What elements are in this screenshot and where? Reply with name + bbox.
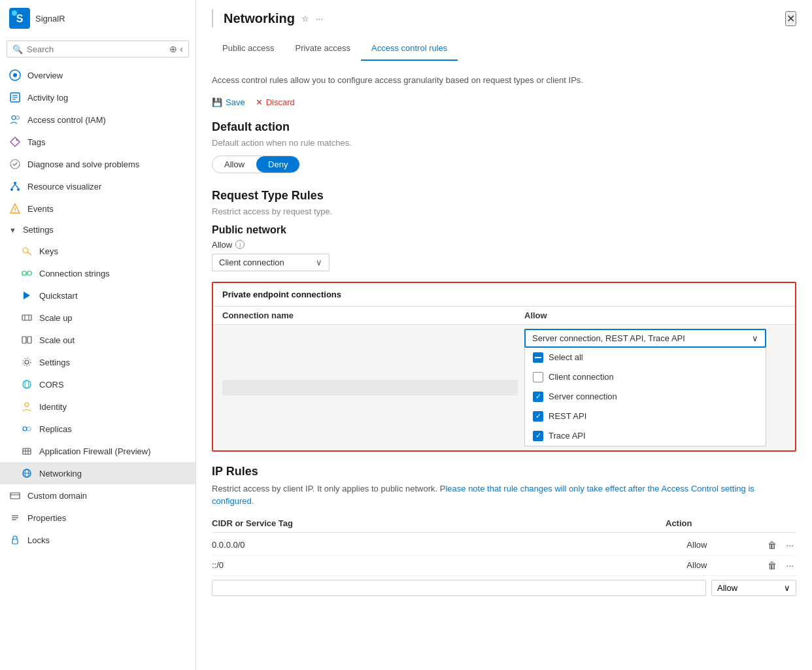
- more-icon[interactable]: ···: [316, 14, 323, 24]
- rest-api-checkbox[interactable]: ✓: [533, 411, 543, 422]
- svg-point-10: [16, 116, 20, 120]
- add-ip-row: Allow ∨: [212, 580, 796, 596]
- page-description: Access control rules allow you to config…: [212, 74, 796, 87]
- save-icon: 💾: [212, 97, 222, 107]
- svg-rect-27: [22, 315, 31, 320]
- partial-indicator: [535, 357, 541, 358]
- properties-icon: [9, 512, 21, 524]
- sidebar-item-cors[interactable]: CORS: [0, 373, 195, 395]
- sidebar-item-scale-out[interactable]: Scale out: [0, 329, 195, 351]
- overview-icon: [9, 69, 21, 81]
- svg-line-16: [12, 184, 15, 188]
- chevron-icon: ▼: [9, 226, 16, 234]
- client-connection-checkbox[interactable]: [533, 372, 543, 382]
- check-icon: ✓: [535, 392, 541, 401]
- settings-section[interactable]: ▼ Settings: [0, 220, 195, 240]
- svg-rect-24: [27, 271, 31, 275]
- scale-up-label: Scale up: [39, 313, 73, 323]
- allow-deny-toggle[interactable]: Allow Deny: [212, 156, 300, 173]
- app-name: SignalR: [35, 14, 65, 24]
- search-bar[interactable]: 🔍 ⊕ ‹: [7, 41, 189, 58]
- iam-icon: [9, 114, 21, 126]
- scale-out-label: Scale out: [39, 335, 75, 345]
- pin-icon[interactable]: ⊕: [169, 44, 177, 54]
- save-button[interactable]: 💾 Save: [212, 97, 245, 107]
- svg-point-11: [16, 139, 18, 141]
- sidebar-item-events[interactable]: Events: [0, 197, 195, 220]
- action-header: Action: [666, 518, 744, 528]
- app-firewall-label: Application Firewall (Preview): [39, 446, 151, 456]
- default-action-section: Default action Default action when no ru…: [212, 120, 796, 189]
- discard-button[interactable]: ✕ Discard: [256, 97, 295, 107]
- search-input[interactable]: [27, 44, 165, 54]
- connection-name-cell: [222, 380, 518, 395]
- client-connection-dropdown[interactable]: Client connection ∨: [212, 254, 330, 271]
- diagnose-label: Diagnose and solve problems: [27, 159, 139, 169]
- more-row-1-button[interactable]: ···: [783, 539, 796, 552]
- ip-rules-link[interactable]: lease note that rule changes will only t…: [212, 484, 754, 507]
- sidebar-item-overview[interactable]: Overview: [0, 64, 195, 86]
- sidebar-item-networking[interactable]: Networking: [0, 462, 195, 484]
- sidebar-item-locks[interactable]: Locks: [0, 529, 195, 551]
- keys-label: Keys: [39, 246, 58, 256]
- sidebar-item-keys[interactable]: Keys: [0, 240, 195, 262]
- sidebar-item-connection-strings[interactable]: Connection strings: [0, 262, 195, 284]
- delete-row-2-button[interactable]: 🗑: [765, 559, 779, 572]
- toggle-deny[interactable]: Deny: [256, 156, 299, 173]
- main-panel: Networking ☆ ··· ✕ Public access Private…: [196, 0, 812, 670]
- sidebar-item-diagnose[interactable]: Diagnose and solve problems: [0, 153, 195, 175]
- favorite-icon[interactable]: ☆: [301, 14, 309, 24]
- connection-strings-label: Connection strings: [39, 269, 110, 278]
- sidebar-item-quickstart[interactable]: Quickstart: [0, 284, 195, 307]
- collapse-icon[interactable]: ‹: [180, 44, 183, 54]
- sidebar-item-app-firewall[interactable]: Application Firewall (Preview): [0, 440, 195, 462]
- allow-dropdown[interactable]: Server connection, REST API, Trace API ∨: [524, 329, 766, 348]
- allow-info-icon[interactable]: i: [235, 240, 245, 249]
- add-action-dropdown[interactable]: Allow ∨: [711, 580, 796, 596]
- dropdown-item-select-all[interactable]: Select all: [525, 348, 766, 367]
- sidebar-item-identity[interactable]: Identity: [0, 395, 195, 418]
- dropdown-item-rest-api[interactable]: ✓ REST API: [525, 407, 766, 426]
- networking-icon: [21, 467, 33, 479]
- check-icon: ✓: [535, 412, 541, 420]
- sidebar-item-iam[interactable]: Access control (IAM): [0, 109, 195, 131]
- search-icon: 🔍: [12, 44, 23, 54]
- toolbar: 💾 Save ✕ Discard: [212, 97, 796, 107]
- sidebar-item-replicas[interactable]: Replicas: [0, 418, 195, 440]
- svg-point-9: [12, 116, 16, 120]
- dropdown-item-server-connection[interactable]: ✓ Server connection: [525, 387, 766, 407]
- sidebar-item-custom-domain[interactable]: Custom domain: [0, 484, 195, 507]
- action-dropdown-chevron: ∨: [784, 583, 790, 593]
- toggle-allow[interactable]: Allow: [212, 156, 256, 173]
- select-all-checkbox[interactable]: [533, 352, 543, 363]
- sidebar-item-resource-visualizer[interactable]: Resource visualizer: [0, 175, 195, 197]
- svg-rect-23: [22, 271, 26, 275]
- diagnose-icon: [9, 158, 21, 170]
- server-connection-checkbox[interactable]: ✓: [533, 392, 543, 402]
- delete-row-1-button[interactable]: 🗑: [765, 539, 779, 552]
- tab-public-access[interactable]: Public access: [212, 37, 284, 61]
- dropdown-item-client-connection[interactable]: Client connection: [525, 367, 766, 387]
- sidebar-item-tags[interactable]: Tags: [0, 131, 195, 153]
- cidr-header: CIDR or Service Tag: [212, 518, 666, 528]
- svg-point-32: [25, 360, 29, 364]
- sidebar-item-activity-log[interactable]: Activity log: [0, 86, 195, 109]
- close-button[interactable]: ✕: [785, 11, 796, 26]
- more-row-2-button[interactable]: ···: [783, 559, 796, 572]
- svg-point-15: [17, 188, 20, 191]
- ip-rules-title: IP Rules: [212, 465, 796, 478]
- tab-access-control-rules[interactable]: Access control rules: [361, 37, 458, 61]
- tab-private-access[interactable]: Private access: [284, 37, 361, 61]
- dropdown-item-trace-api[interactable]: ✓ Trace API: [525, 426, 766, 446]
- trace-api-checkbox[interactable]: ✓: [533, 431, 543, 441]
- discard-icon: ✕: [256, 97, 263, 107]
- sidebar-item-properties[interactable]: Properties: [0, 507, 195, 529]
- page-title: Networking: [224, 11, 295, 26]
- sidebar-item-scale-up[interactable]: Scale up: [0, 307, 195, 329]
- custom-domain-icon: [9, 490, 21, 501]
- networking-label: Networking: [39, 469, 82, 478]
- sidebar-item-settings[interactable]: Settings: [0, 351, 195, 373]
- signalr-logo: S: [9, 8, 30, 29]
- tab-bar: Public access Private access Access cont…: [196, 37, 812, 61]
- add-cidr-input[interactable]: [212, 580, 706, 596]
